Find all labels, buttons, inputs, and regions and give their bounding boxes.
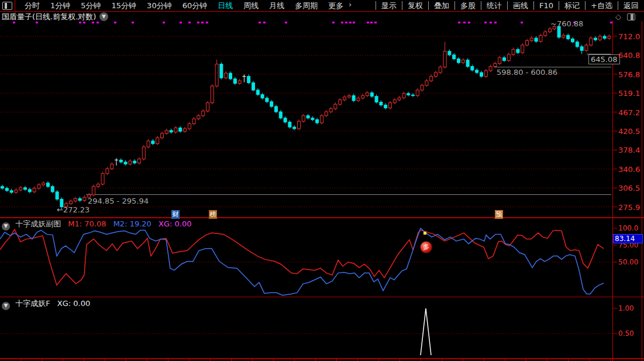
period-item-15分钟[interactable]: 15分钟 xyxy=(106,1,142,11)
indicator2-title[interactable]: 十字成妖F xyxy=(15,299,50,308)
toolbar-button-统计[interactable]: 统计 xyxy=(481,1,507,10)
indicator1-header: ▼ 十字成妖副图 M1: 70.08 M2: 19.20 XG: 0.00 xyxy=(0,219,191,231)
news-badge-财[interactable]: 财 xyxy=(171,210,180,219)
layout-icon[interactable] xyxy=(2,2,12,10)
indicator-value-box: 83.14 xyxy=(613,234,643,243)
chevron-down-icon[interactable]: ▼ xyxy=(99,12,108,21)
collapse-icon[interactable]: ▼ xyxy=(2,302,10,310)
price-axis-label: 378.4 xyxy=(618,146,640,154)
split-pane-icon[interactable] xyxy=(627,13,635,20)
indicator2-xg-value: XG: 0.00 xyxy=(57,299,90,308)
low-price-annotation: ←272.23 xyxy=(57,205,89,214)
price-axis-label: 576.8 xyxy=(618,70,640,79)
title-row: 国盾量子(日线.前复权.对数) ▼ ◇ xyxy=(0,12,644,21)
toolbar-button-画线[interactable]: 画线 xyxy=(507,1,533,10)
chevron-right-icon: › xyxy=(349,1,352,11)
diamond-icon[interactable]: ◇ xyxy=(615,12,621,21)
period-item-分时[interactable]: 分时 xyxy=(19,1,45,11)
toolbar-right-buttons: 显示复权叠加多股统计画线F10标记+自选返回 xyxy=(376,0,644,11)
gap-lower-annotation: 294.85 - 295.94 xyxy=(88,197,149,205)
period-item-更多[interactable]: 更多 xyxy=(323,1,349,11)
toolbar-button-返回[interactable]: 返回 xyxy=(618,1,644,10)
period-item-周线[interactable]: 周线 xyxy=(238,1,264,11)
support-price-annotation: 645.08 xyxy=(588,54,620,64)
price-axis-label: 712.0 xyxy=(618,32,640,41)
period-item-1分钟[interactable]: 1分钟 xyxy=(45,1,75,11)
toolbar-button-+自选[interactable]: +自选 xyxy=(585,1,618,10)
toolbar-button-多股[interactable]: 多股 xyxy=(454,1,481,10)
news-badge-榜[interactable]: 榜 xyxy=(209,210,217,219)
price-axis-label: 340.6 xyxy=(618,165,640,174)
collapse-icon[interactable]: ▼ xyxy=(2,222,10,231)
toolbar-button-叠加[interactable]: 叠加 xyxy=(428,1,454,10)
toolbar-button-复权[interactable]: 复权 xyxy=(402,1,428,10)
indicator1-m1-value: M1: 70.08 xyxy=(68,219,106,228)
time-axis-ticks xyxy=(0,359,612,361)
price-axis-label: 420.5 xyxy=(618,127,640,136)
indicator1-axis-label: 50.00 xyxy=(618,258,638,266)
gap-upper-annotation: 598.80 - 600.86 xyxy=(497,68,557,77)
peak-price-annotation: ~760.88 xyxy=(550,19,583,28)
price-axis-label: 306.5 xyxy=(618,184,640,192)
long-signal-badge: 多 xyxy=(421,242,432,253)
main-candlestick-chart[interactable] xyxy=(0,21,612,218)
period-item-60分钟[interactable]: 60分钟 xyxy=(177,1,213,11)
indicator2-axis-label: 1.00 xyxy=(618,304,634,312)
period-item-月线[interactable]: 月线 xyxy=(264,1,290,11)
period-menu: 分时1分钟5分钟15分钟30分钟60分钟日线周线月线多周期更多› xyxy=(19,1,352,11)
period-item-多周期[interactable]: 多周期 xyxy=(290,1,323,11)
price-axis-label: 275.9 xyxy=(618,203,640,212)
indicator1-m2-value: M2: 19.20 xyxy=(113,219,151,228)
top-toolbar: 分时1分钟5分钟15分钟30分钟60分钟日线周线月线多周期更多› 显示复权叠加多… xyxy=(0,0,644,12)
indicator2-plot[interactable] xyxy=(0,298,612,358)
news-badge-预[interactable]: 预 xyxy=(495,210,503,219)
toolbar-button-显示[interactable]: 显示 xyxy=(376,1,402,10)
price-axis-label: 467.2 xyxy=(618,108,640,117)
toolbar-button-F10[interactable]: F10 xyxy=(533,1,559,10)
period-item-日线[interactable]: 日线 xyxy=(212,1,238,11)
period-item-5分钟[interactable]: 5分钟 xyxy=(75,1,106,11)
panel-separator-2[interactable] xyxy=(0,297,644,297)
indicator2-header: ▼ 十字成妖F XG: 0.00 xyxy=(0,298,90,310)
period-item-30分钟[interactable]: 30分钟 xyxy=(142,1,177,11)
toolbar-button-标记[interactable]: 标记 xyxy=(559,1,585,10)
indicator1-plot[interactable] xyxy=(0,227,612,296)
indicator1-xg-value: XG: 0.00 xyxy=(159,219,191,228)
indicator1-axis-label: 100.0 xyxy=(618,224,638,232)
price-axis-label: 519.1 xyxy=(618,89,640,98)
indicator1-title[interactable]: 十字成妖副图 xyxy=(15,219,61,228)
signal-highlight-dot xyxy=(423,232,426,235)
price-axis-label: 640.8 xyxy=(618,51,640,60)
indicator2-axis-label: 0.50 xyxy=(618,329,634,338)
toolbar-divider xyxy=(15,0,15,11)
